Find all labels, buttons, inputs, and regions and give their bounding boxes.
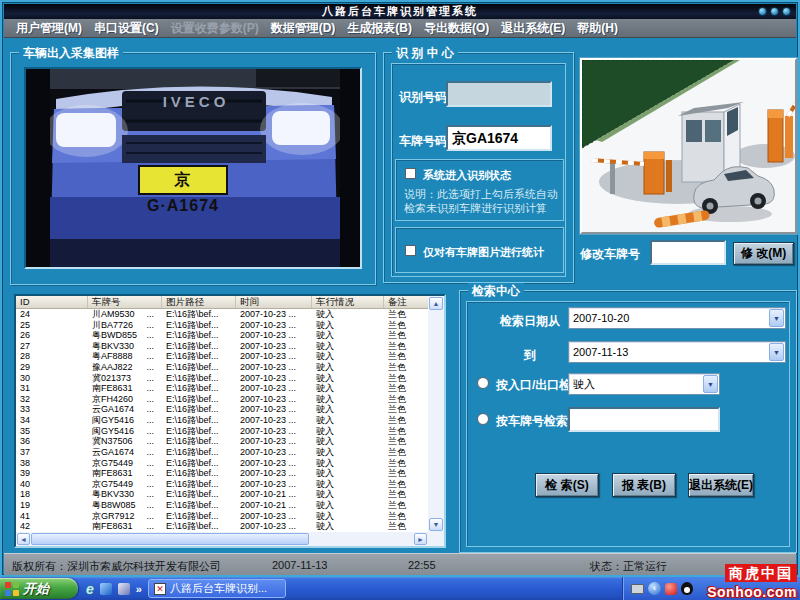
auto-recognize-checkbox[interactable] (405, 168, 416, 179)
scroll-down-icon[interactable]: ▼ (429, 518, 443, 531)
report-button[interactable]: 报 表(B) (612, 473, 676, 497)
table-row[interactable]: 19粤B8W085...E:\16路\bef...2007-10-21 ...驶… (16, 500, 428, 511)
menu-item-6[interactable]: 导出数据(O) (418, 20, 495, 37)
recog-number-field[interactable] (446, 81, 552, 107)
gate-combo[interactable]: 驶入 ▼ (568, 373, 720, 395)
table-row[interactable]: 18粤BKV330...E:\16路\bef...2007-10-21 ...驶… (16, 489, 428, 500)
title-bar: 八路后台车牌识别管理系统 (4, 4, 796, 19)
chevron-down-icon[interactable]: ▼ (769, 343, 784, 361)
vertical-scrollbar[interactable]: ▲ ▼ (428, 296, 444, 532)
by-plate-radio[interactable] (477, 413, 489, 425)
table-row[interactable]: 39南FE8631...E:\16路\bef...2007-10-23 ...驶… (16, 468, 428, 479)
gate-illustration (580, 58, 797, 234)
capture-panel-title: 车辆出入采集图样 (19, 45, 123, 62)
scroll-right-icon[interactable]: ► (414, 533, 427, 545)
col-header-id[interactable]: ID (16, 296, 88, 308)
col-header-time[interactable]: 时间 (236, 296, 312, 308)
quicklaunch-more-chevron[interactable]: » (136, 583, 142, 595)
stat-only-checkbox[interactable] (405, 245, 416, 256)
plate-number-field[interactable]: 京GA1674 (446, 125, 552, 151)
capture-panel: 车辆出入采集图样 (10, 52, 376, 285)
horizontal-scroll-thumb[interactable] (31, 533, 309, 545)
search-button[interactable]: 检 索(S) (535, 473, 599, 497)
status-bar: 版权所有：深圳市索威尔科技开发有限公司 2007-11-13 22:55 状态：… (4, 553, 796, 575)
table-row[interactable]: 25川BA7726...E:\16路\bef...2007-10-23 ...驶… (16, 320, 428, 331)
table-row[interactable]: 29豫AAJ822...E:\16路\bef...2007-10-23 ...驶… (16, 362, 428, 373)
quicklaunch-icon-3[interactable] (118, 583, 130, 595)
truck-brand-text: IVECO (146, 93, 246, 110)
quicklaunch-icon-2[interactable] (100, 583, 112, 595)
by-gate-radio[interactable] (477, 377, 489, 389)
watermark-url: Sonhoo.com (707, 584, 797, 600)
status-time: 22:55 (408, 559, 436, 571)
date-from-combo[interactable]: 2007-10-20 ▼ (568, 307, 786, 329)
table-row[interactable]: 31南FE8631...E:\16路\bef...2007-10-23 ...驶… (16, 383, 428, 394)
menu-item-5[interactable]: 生成报表(B) (341, 20, 418, 37)
modify-button[interactable]: 修 改(M) (733, 242, 794, 265)
table-row[interactable]: 24川AM9530...E:\16路\bef...2007-10-23 ...驶… (16, 309, 428, 320)
vehicle-photo: IVECO 京G·A1674 (24, 67, 362, 269)
plate-search-input[interactable] (568, 407, 720, 432)
license-plate-in-photo: 京G·A1674 (138, 165, 228, 195)
records-table: ID 车牌号 图片路径 时间 车行情况 备注 24川AM9530...E:\16… (14, 294, 446, 548)
col-header-plate[interactable]: 车牌号 (88, 296, 162, 308)
table-row[interactable]: 40京G75449...E:\16路\bef...2007-10-23 ...驶… (16, 479, 428, 490)
table-row[interactable]: 37云GA1674...E:\16路\bef...2007-10-23 ...驶… (16, 447, 428, 458)
taskbar-app-button[interactable]: ✕ 八路后台车牌识别... (148, 579, 286, 598)
date-from-label: 检索日期从 (500, 313, 560, 330)
menu-item-1[interactable]: 用户管理(M) (10, 20, 88, 37)
table-row[interactable]: 30冀021373...E:\16路\bef...2007-10-23 ...驶… (16, 373, 428, 384)
status-state: 状态：正常运行 (590, 559, 667, 574)
stat-only-label: 仅对有车牌图片进行统计 (423, 245, 544, 260)
horizontal-scrollbar[interactable]: ◄ ► (16, 532, 428, 546)
table-row[interactable]: 34闽GY5416...E:\16路\bef...2007-10-23 ...驶… (16, 415, 428, 426)
table-body: 24川AM9530...E:\16路\bef...2007-10-23 ...驶… (16, 309, 428, 532)
start-button[interactable]: 开始 (0, 578, 78, 599)
plate-number-label: 车牌号码 (399, 133, 447, 150)
printer-tray-icon[interactable] (631, 584, 644, 594)
col-header-path[interactable]: 图片路径 (162, 296, 236, 308)
table-row[interactable]: 26粤BWD855...E:\16路\bef...2007-10-23 ...驶… (16, 330, 428, 341)
exit-system-button[interactable]: 退出系统(E) (688, 473, 754, 497)
table-row[interactable]: 38京G75449...E:\16路\bef...2007-10-23 ...驶… (16, 458, 428, 469)
menu-item-2[interactable]: 串口设置(C) (88, 20, 165, 37)
red-tray-icon[interactable] (665, 583, 677, 595)
auto-recognize-box: 系统进入识别状态 说明：此选项打上勾后系统自动 检索未识别车牌进行识别计算 (395, 159, 564, 221)
table-row[interactable]: 41京GR7912...E:\16路\bef...2007-10-23 ...驶… (16, 511, 428, 522)
ie-icon[interactable]: e (86, 581, 94, 597)
scroll-up-icon[interactable]: ▲ (429, 297, 443, 310)
modify-plate-input[interactable] (650, 240, 726, 265)
status-date: 2007-11-13 (272, 559, 327, 571)
window-minimize-icon[interactable] (758, 7, 767, 16)
col-header-note[interactable]: 备注 (384, 296, 428, 308)
by-plate-label: 按车牌号检索 (496, 413, 568, 430)
taskbar-app-label: 八路后台车牌识别... (170, 581, 267, 596)
chevron-down-icon[interactable]: ▼ (769, 309, 784, 327)
scroll-left-icon[interactable]: ◄ (17, 533, 30, 545)
window-close-icon[interactable] (782, 7, 791, 16)
menu-item-8[interactable]: 帮助(H) (571, 20, 624, 37)
table-row[interactable]: 28粤AF8888...E:\16路\bef...2007-10-23 ...驶… (16, 351, 428, 362)
chevron-down-icon[interactable]: ▼ (703, 375, 718, 393)
quick-launch: e » (86, 580, 142, 597)
watermark: 商虎中国 Sonhoo.com (690, 564, 800, 600)
recognition-panel: 识 别 中 心 识别号码 车牌号码 京GA1674 系统进入识别状态 说明：此选… (383, 52, 574, 283)
windows-logo-icon (5, 582, 19, 596)
search-panel: 检索中心 检索日期从 2007-10-20 ▼ 到 2007-11-13 ▼ 按… (459, 290, 797, 553)
table-row[interactable]: 35闽GY5416...E:\16路\bef...2007-10-23 ...驶… (16, 426, 428, 437)
window-maximize-icon[interactable] (770, 7, 779, 16)
menu-bar: 用户管理(M)串口设置(C)设置收费参数(P)数据管理(D)生成报表(B)导出数… (4, 19, 796, 38)
table-row[interactable]: 36冀N37506...E:\16路\bef...2007-10-23 ...驶… (16, 436, 428, 447)
gate-value: 驶入 (573, 374, 701, 394)
copyright-text: 版权所有：深圳市索威尔科技开发有限公司 (12, 559, 221, 574)
table-row[interactable]: 42南FE8631...E:\16路\bef...2007-10-23 ...驶… (16, 521, 428, 532)
gate-illustration-graphic (582, 60, 795, 232)
language-bar-icon[interactable]: ‹ (648, 582, 661, 595)
col-header-direction[interactable]: 车行情况 (312, 296, 384, 308)
table-row[interactable]: 32京FH4260...E:\16路\bef...2007-10-23 ...驶… (16, 394, 428, 405)
date-to-combo[interactable]: 2007-11-13 ▼ (568, 341, 786, 363)
table-row[interactable]: 33云GA1674...E:\16路\bef...2007-10-23 ...驶… (16, 404, 428, 415)
menu-item-7[interactable]: 退出系统(E) (495, 20, 571, 37)
menu-item-4[interactable]: 数据管理(D) (265, 20, 342, 37)
table-row[interactable]: 27粤BKV330...E:\16路\bef...2007-10-23 ...驶… (16, 341, 428, 352)
